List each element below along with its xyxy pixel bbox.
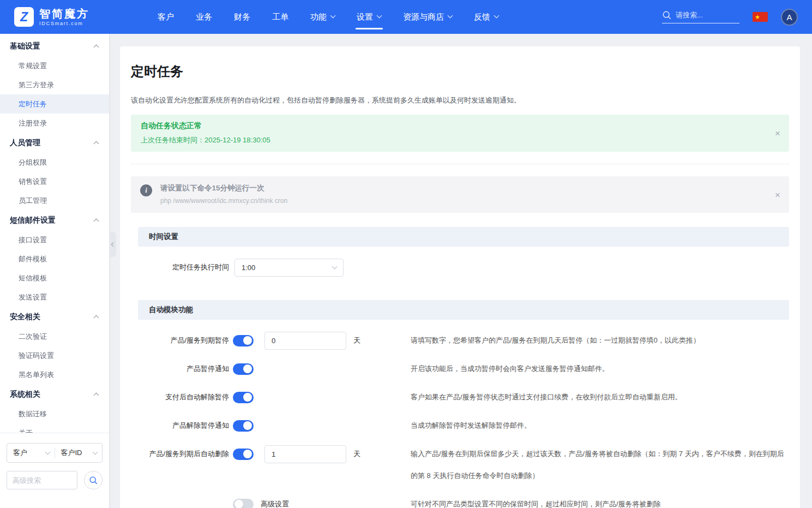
chevron-down-icon: [448, 13, 453, 19]
info-icon: i: [140, 184, 152, 196]
setting-row-auto-delete: 产品/服务到期后自动删除 天 输入产品/服务在到期后保留多少天，超过该天数，产品…: [138, 440, 789, 490]
nav-functions[interactable]: 功能: [310, 0, 335, 34]
unsuspend-notice-label: 产品解除暂停通知: [138, 415, 229, 437]
cron-notice-title: 请设置以下命令15分钟运行一次: [160, 183, 779, 193]
unsuspend-notice-toggle[interactable]: [233, 420, 254, 432]
sidebar-collapse-handle[interactable]: [109, 232, 116, 257]
search-icon: [662, 10, 671, 20]
filter-field-select[interactable]: 客户ID: [55, 448, 103, 458]
setting-row-unsuspend-notice: 产品解除暂停通知 当成功解除暂停时发送解除暂停邮件。: [138, 411, 789, 440]
sidebar-item-data-migration[interactable]: 数据迁移: [0, 404, 109, 423]
task-status-alert: 自动任务状态正常 上次任务结束时间：2025-12-19 18:30:05 ×: [131, 115, 789, 152]
global-search[interactable]: [662, 10, 739, 23]
page-title: 定时任务: [131, 63, 789, 80]
setting-row-suspend-after-due: 产品/服务到期暂停 天 请填写数字，您希望客户的产品/服务在到期几天后暂停（如：…: [138, 326, 789, 355]
sidebar: 基础设置 常规设置 第三方登录 定时任务 注册登录 人员管理 分组权限 销售设置…: [0, 34, 109, 508]
sidebar-section-sms-email-settings[interactable]: 短信邮件设置: [0, 210, 109, 230]
chevron-down-icon: [377, 13, 382, 19]
nav-resources-store[interactable]: 资源与商店: [403, 0, 452, 34]
nav-settings[interactable]: 设置: [357, 0, 381, 34]
chevron-down-icon: [45, 450, 50, 455]
brand-logo[interactable]: Z 智简魔方 IDCSmart.com: [14, 7, 89, 27]
close-icon[interactable]: ×: [775, 190, 780, 199]
sidebar-item-employee-management[interactable]: 员工管理: [0, 191, 109, 210]
time-settings-section: 时间设置 定时任务执行时间 1:00: [138, 227, 789, 286]
chevron-up-icon: [94, 392, 99, 398]
cron-time-select[interactable]: 1:00: [234, 259, 344, 277]
advanced-search-input[interactable]: [7, 471, 77, 489]
sidebar-item-api-settings[interactable]: 接口设置: [0, 230, 109, 249]
advanced-search-button[interactable]: [84, 471, 103, 489]
sidebar-quick-search: 客户 客户ID: [0, 433, 109, 508]
sidebar-item-send-settings[interactable]: 发送设置: [0, 288, 109, 307]
sidebar-item-captcha-settings[interactable]: 验证码设置: [0, 346, 109, 365]
suspend-days-input[interactable]: [264, 332, 346, 350]
section-header-auto-module: 自动模块功能: [138, 300, 789, 320]
suspend-after-due-label: 产品/服务到期暂停: [138, 330, 229, 351]
chevron-up-icon: [94, 218, 99, 224]
auto-delete-desc: 输入产品/服务在到期后保留多少天，超过该天数，产品/服务将被自动删除（如：到期 …: [411, 443, 789, 487]
sidebar-item-sms-templates[interactable]: 短信模板: [0, 268, 109, 288]
nav-customers[interactable]: 客户: [158, 0, 174, 34]
nav-finance[interactable]: 财务: [234, 0, 250, 34]
task-status-title: 自动任务状态正常: [141, 121, 779, 131]
unsuspend-after-pay-toggle[interactable]: [233, 392, 254, 403]
sidebar-item-two-factor[interactable]: 二次验证: [0, 327, 109, 346]
advanced-settings-desc: 可针对不同产品类型设置不同的保留时间，超过相应时间，则产品/服务将被删除: [411, 493, 789, 508]
brand-logo-icon: Z: [14, 7, 34, 27]
suspend-after-due-toggle[interactable]: [233, 335, 254, 346]
sidebar-item-general-settings[interactable]: 常规设置: [0, 56, 109, 75]
top-header: Z 智简魔方 IDCSmart.com 客户 业务 财务 工单 功能 设置 资源…: [0, 0, 812, 34]
filter-select-group: 客户 客户ID: [7, 443, 103, 463]
cron-command: php /www/wwwroot/idc.mmxcy.cn/think cron: [160, 197, 779, 205]
auto-delete-toggle[interactable]: [233, 449, 254, 460]
sidebar-item-third-party-login[interactable]: 第三方登录: [0, 75, 109, 94]
nav-tickets[interactable]: 工单: [272, 0, 288, 34]
sidebar-item-email-templates[interactable]: 邮件模板: [0, 249, 109, 268]
sidebar-section-system[interactable]: 系统相关: [0, 384, 109, 404]
sidebar-section-basic-settings[interactable]: 基础设置: [0, 36, 109, 56]
auto-delete-label: 产品/服务到期后自动删除: [138, 443, 229, 465]
close-icon[interactable]: ×: [775, 129, 780, 138]
auto-module-section: 自动模块功能 产品/服务到期暂停 天 请填写数字，您希望客户的产品/服务在到期几…: [138, 300, 789, 508]
global-search-input[interactable]: [676, 11, 733, 19]
chevron-down-icon: [332, 264, 338, 270]
sidebar-section-security[interactable]: 安全相关: [0, 307, 109, 327]
filter-type-select[interactable]: 客户: [7, 448, 55, 458]
chevron-down-icon: [330, 13, 336, 19]
advanced-settings-label: 高级设置: [261, 499, 289, 508]
brand-name: 智简魔方: [39, 8, 89, 20]
sidebar-item-blacklist[interactable]: 黑名单列表: [0, 365, 109, 384]
unsuspend-after-pay-desc: 客户如果在产品/服务暂停状态时通过支付接口续费，在收到付款后立即自动重新启用。: [411, 386, 789, 408]
sidebar-item-about[interactable]: 关于: [0, 423, 109, 433]
cron-command-notice: i 请设置以下命令15分钟运行一次 php /www/wwwroot/idc.m…: [131, 176, 789, 213]
section-header-time: 时间设置: [138, 227, 789, 247]
user-avatar[interactable]: A: [781, 9, 798, 26]
top-nav: 客户 业务 财务 工单 功能 设置 资源与商店 反馈: [158, 0, 498, 34]
chevron-up-icon: [94, 315, 99, 320]
setting-row-advanced: 高级设置 可针对不同产品类型设置不同的保留时间，超过相应时间，则产品/服务将被删…: [138, 490, 789, 508]
suspend-notice-label: 产品暂停通知: [138, 358, 229, 380]
language-flag-icon[interactable]: ★: [753, 12, 768, 22]
unsuspend-notice-desc: 当成功解除暂停时发送解除暂停邮件。: [411, 415, 789, 437]
setting-row-cron-time: 定时任务执行时间 1:00: [138, 253, 789, 282]
page-description: 该自动化设置允许您配置系统所有的自动化过程，包括自动暂停删除服务器，系统提前多久…: [131, 95, 789, 105]
sidebar-section-staff-management[interactable]: 人员管理: [0, 133, 109, 153]
nav-feedback[interactable]: 反馈: [474, 0, 498, 34]
divider: [131, 164, 789, 164]
sidebar-item-sales-settings[interactable]: 销售设置: [0, 172, 109, 191]
brand-domain: IDCSmart.com: [39, 21, 89, 26]
nav-business[interactable]: 业务: [196, 0, 212, 34]
chevron-up-icon: [94, 44, 99, 50]
suspend-after-due-desc: 请填写数字，您希望客户的产品/服务在到期几天后暂停（如：一过期就暂停填0，以此类…: [411, 330, 789, 351]
delete-days-input[interactable]: [264, 445, 346, 463]
suspend-notice-toggle[interactable]: [233, 363, 254, 375]
advanced-settings-toggle[interactable]: [233, 499, 254, 508]
task-last-run-time: 上次任务结束时间：2025-12-19 18:30:05: [141, 135, 779, 145]
sidebar-item-scheduled-tasks[interactable]: 定时任务: [0, 94, 109, 113]
main-content: 定时任务 该自动化设置允许您配置系统所有的自动化过程，包括自动暂停删除服务器，系…: [109, 34, 812, 508]
chevron-left-icon: [111, 242, 115, 247]
sidebar-item-group-permissions[interactable]: 分组权限: [0, 153, 109, 172]
sidebar-item-register-login[interactable]: 注册登录: [0, 113, 109, 133]
setting-row-unsuspend-after-pay: 支付后自动解除暂停 客户如果在产品/服务暂停状态时通过支付接口续费，在收到付款后…: [138, 383, 789, 411]
